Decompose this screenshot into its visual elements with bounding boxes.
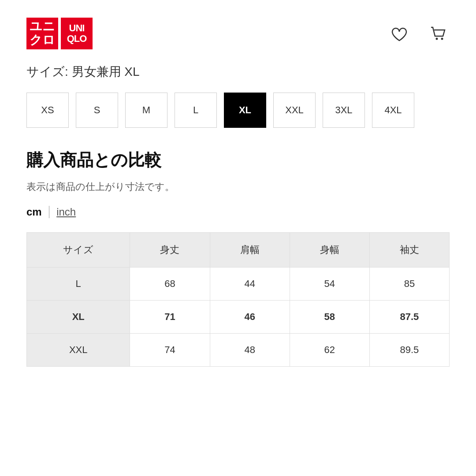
svg-point-0	[436, 38, 438, 40]
col-header-width: 身幅	[290, 233, 369, 268]
size-s[interactable]: S	[76, 93, 118, 128]
row-xxl-sleeve: 89.5	[369, 334, 449, 367]
row-xl-sleeve: 87.5	[369, 301, 449, 334]
logo-jp: ユニクロ	[26, 18, 58, 49]
row-size-xl: XL	[27, 301, 130, 334]
size-selector: XS S M L XL XXL 3XL 4XL	[26, 93, 450, 128]
size-3xl[interactable]: 3XL	[323, 93, 365, 128]
col-header-size: サイズ	[27, 233, 130, 268]
size-m[interactable]: M	[125, 93, 167, 128]
size-4xl[interactable]: 4XL	[372, 93, 414, 128]
logo-container: ユニクロ UNIQLO	[26, 18, 93, 49]
page: ユニクロ UNIQLO サイズ: 男女兼用 XL XS S M L X	[0, 0, 476, 476]
table-row-highlighted: XL 71 46 58 87.5	[27, 301, 450, 334]
wishlist-button[interactable]	[388, 22, 411, 45]
logo-en: UNIQLO	[61, 18, 93, 49]
size-xl[interactable]: XL	[224, 93, 266, 128]
row-xxl-length: 74	[130, 334, 210, 367]
cart-button[interactable]	[427, 22, 450, 45]
table-row: L 68 44 54 85	[27, 268, 450, 301]
size-xxl[interactable]: XXL	[273, 93, 316, 128]
cm-unit[interactable]: cm	[26, 206, 49, 218]
unit-toggle: cm inch	[26, 206, 450, 218]
inch-unit[interactable]: inch	[56, 206, 76, 218]
row-xl-shoulder: 46	[210, 301, 290, 334]
size-table: サイズ 身丈 肩幅 身幅 袖丈 L 68 44 54 85 XL 71 46 5…	[26, 232, 450, 367]
row-l-length: 68	[130, 268, 210, 301]
row-xl-length: 71	[130, 301, 210, 334]
size-l[interactable]: L	[175, 93, 217, 128]
row-size-l: L	[27, 268, 130, 301]
col-header-shoulder: 肩幅	[210, 233, 290, 268]
col-header-length: 身丈	[130, 233, 210, 268]
row-xl-width: 58	[290, 301, 369, 334]
header-icons	[388, 22, 450, 45]
table-header-row: サイズ 身丈 肩幅 身幅 袖丈	[27, 233, 450, 268]
row-xxl-width: 62	[290, 334, 369, 367]
row-l-sleeve: 85	[369, 268, 449, 301]
header: ユニクロ UNIQLO	[26, 18, 450, 49]
row-size-xxl: XXL	[27, 334, 130, 367]
col-header-sleeve: 袖丈	[369, 233, 449, 268]
section-title: 購入商品との比較	[26, 149, 450, 171]
unit-divider	[49, 206, 50, 218]
size-label: サイズ: 男女兼用 XL	[26, 63, 450, 80]
row-l-width: 54	[290, 268, 369, 301]
svg-point-1	[441, 38, 443, 40]
table-row: XXL 74 48 62 89.5	[27, 334, 450, 367]
row-xxl-shoulder: 48	[210, 334, 290, 367]
size-xs[interactable]: XS	[26, 93, 69, 128]
section-description: 表示は商品の仕上がり寸法です。	[26, 180, 450, 193]
row-l-shoulder: 44	[210, 268, 290, 301]
